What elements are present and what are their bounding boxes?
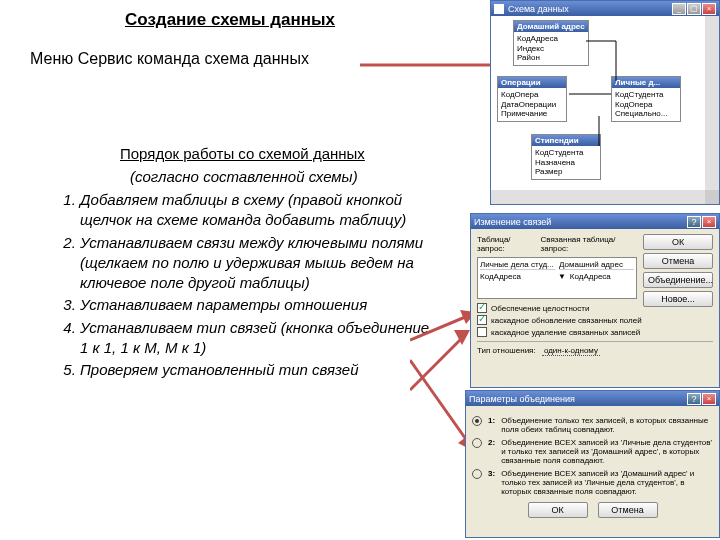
- col-label-1: Таблица/запрос:: [477, 235, 535, 253]
- procedure-sub: (согласно составленной схемы): [130, 168, 358, 185]
- relation-type-value: один-к-одному: [542, 346, 600, 356]
- join-params-dialog: Параметры объединения ? × 1:Объединение …: [465, 390, 720, 538]
- close-icon[interactable]: ×: [702, 216, 716, 228]
- field[interactable]: КодОпера: [615, 100, 677, 110]
- maximize-button[interactable]: ▢: [687, 3, 701, 15]
- field[interactable]: Район: [517, 53, 585, 63]
- h-scrollbar[interactable]: [491, 190, 705, 204]
- table-header: Операции: [498, 77, 566, 88]
- menu-path-text: Меню Сервис команда схема данных: [30, 50, 309, 68]
- table-personal[interactable]: Личные д... КодСтудента КодОпера Специал…: [611, 76, 681, 122]
- opt-text: Объединение ВСЕХ записей из 'Домашний ад…: [501, 469, 713, 496]
- field[interactable]: Размер: [535, 167, 597, 177]
- dialog-titlebar[interactable]: Параметры объединения ? ×: [466, 391, 719, 406]
- join-option-1-radio[interactable]: [472, 416, 482, 426]
- table-header: Стипендии: [532, 135, 600, 146]
- schema-title: Схема данных: [508, 4, 569, 14]
- field[interactable]: Специально...: [615, 109, 677, 119]
- grid-cell[interactable]: КодАдреса: [480, 272, 554, 281]
- chk-label: Обеспечение целостности: [491, 304, 589, 313]
- step-1: Добавляем таблицы в схему (правой кнопко…: [80, 190, 440, 231]
- cancel-button[interactable]: Отмена: [643, 253, 713, 269]
- col-label-2: Связанная таблица/запрос:: [541, 235, 637, 253]
- ok-button[interactable]: ОК: [643, 234, 713, 250]
- field[interactable]: КодСтудента: [535, 148, 597, 158]
- close-button[interactable]: ×: [702, 3, 716, 15]
- v-scrollbar[interactable]: [705, 16, 719, 190]
- step-4: Устанавливаем тип связей (кнопка объедин…: [80, 318, 440, 359]
- grid-cell[interactable]: КодАдреса: [570, 272, 634, 281]
- field[interactable]: КодСтудента: [615, 90, 677, 100]
- new-button[interactable]: Новое...: [643, 291, 713, 307]
- opt-text: Объединение ВСЕХ записей из 'Личные дела…: [501, 438, 713, 465]
- table-header: Домашний адрес: [514, 21, 588, 32]
- step-5: Проверяем установленный тип связей: [80, 360, 440, 380]
- step-3: Устанавливаем параметры отношения: [80, 295, 440, 315]
- table-stipend[interactable]: Стипендии КодСтудента Назначена Размер: [531, 134, 601, 180]
- cancel-button[interactable]: Отмена: [598, 502, 658, 518]
- field[interactable]: КодАдреса: [517, 34, 585, 44]
- help-icon[interactable]: ?: [687, 393, 701, 405]
- procedure-steps: Добавляем таблицы в схему (правой кнопко…: [50, 190, 440, 382]
- field[interactable]: Индекс: [517, 44, 585, 54]
- join-option-3-radio[interactable]: [472, 469, 482, 479]
- scroll-corner: [705, 190, 719, 204]
- table-operations[interactable]: Операции КодОпера ДатаОперации Примечани…: [497, 76, 567, 122]
- field[interactable]: Примечание: [501, 109, 563, 119]
- grid-cell[interactable]: Личные дела студ...: [480, 260, 555, 270]
- field[interactable]: Назначена: [535, 158, 597, 168]
- app-icon: [494, 4, 504, 14]
- dialog-title: Параметры объединения: [469, 394, 575, 404]
- help-icon[interactable]: ?: [687, 216, 701, 228]
- relation-grid[interactable]: Личные дела студ... Домашний адрес КодАд…: [477, 257, 637, 299]
- cascade-delete-checkbox[interactable]: [477, 327, 487, 337]
- integrity-checkbox[interactable]: [477, 303, 487, 313]
- ok-button[interactable]: ОК: [528, 502, 588, 518]
- svg-marker-7: [454, 330, 470, 345]
- page-title: Создание схемы данных: [0, 10, 460, 30]
- opt-text: Объединение только тех записей, в которы…: [501, 416, 713, 434]
- join-option-2-radio[interactable]: [472, 438, 482, 448]
- schema-window: Схема данных _ ▢ × Домашний адрес КодАдр…: [490, 0, 720, 205]
- grid-cell[interactable]: Домашний адрес: [559, 260, 634, 270]
- cascade-update-checkbox[interactable]: [477, 315, 487, 325]
- schema-titlebar[interactable]: Схема данных _ ▢ ×: [491, 1, 719, 16]
- join-button[interactable]: Объединение...: [643, 272, 713, 288]
- schema-canvas[interactable]: Домашний адрес КодАдреса Индекс Район Оп…: [491, 16, 719, 186]
- close-icon[interactable]: ×: [702, 393, 716, 405]
- field[interactable]: ДатаОперации: [501, 100, 563, 110]
- chk-label: каскадное удаление связанных записей: [491, 328, 640, 337]
- procedure-heading: Порядок работы со схемой данных: [120, 145, 365, 162]
- dialog-title: Изменение связей: [474, 217, 551, 227]
- chk-label: каскадное обновление связанных полей: [491, 316, 642, 325]
- field[interactable]: КодОпера: [501, 90, 563, 100]
- relation-type-label: Тип отношения:: [477, 346, 536, 355]
- arrow-to-schema: [360, 55, 510, 75]
- table-header: Личные д...: [612, 77, 680, 88]
- edit-links-dialog: Изменение связей ? × Таблица/запрос: Свя…: [470, 213, 720, 388]
- step-2: Устанавливаем связи между ключевыми поля…: [80, 233, 440, 294]
- minimize-button[interactable]: _: [672, 3, 686, 15]
- table-home-address[interactable]: Домашний адрес КодАдреса Индекс Район: [513, 20, 589, 66]
- dialog-titlebar[interactable]: Изменение связей ? ×: [471, 214, 719, 229]
